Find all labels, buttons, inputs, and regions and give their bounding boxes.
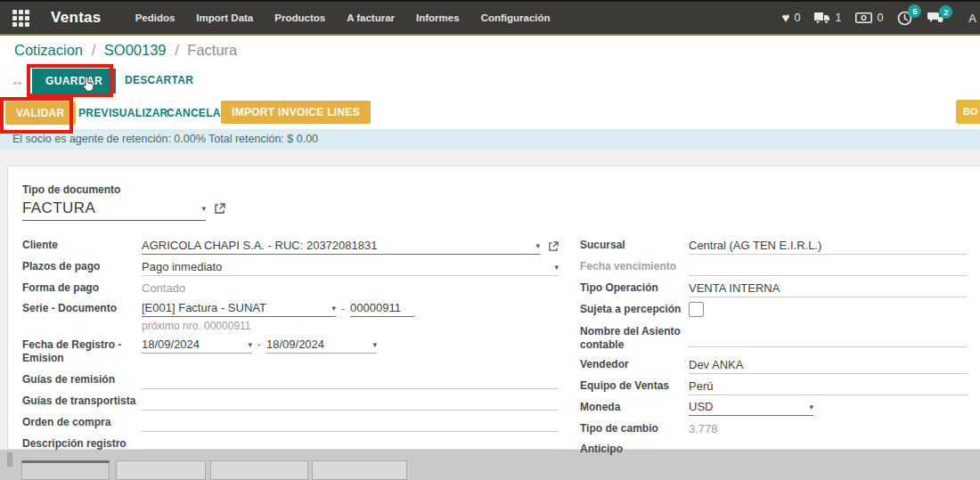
- chevron-down-icon: ▾: [372, 338, 377, 352]
- moneda-select[interactable]: USD ▾: [689, 400, 813, 416]
- guias-transportista-row: Guías de transportista: [22, 394, 559, 411]
- menu-pedidos[interactable]: Pedidos: [135, 12, 176, 23]
- app-title: Ventas: [51, 9, 102, 27]
- breadcrumb-current: Factura: [187, 42, 237, 58]
- cliente-row: Cliente AGRICOLA CHAPI S.A. - RUC: 20372…: [22, 238, 559, 255]
- document-type-field: Tipo de documento FACTURA ▾: [22, 183, 968, 221]
- status-badge-borrador[interactable]: BO: [956, 100, 980, 124]
- tipo-cambio-row: Tipo de cambio 3.778: [580, 421, 968, 437]
- navbar-right: ♥ 0 1 0 5: [782, 11, 980, 26]
- chevron-down-icon: ▾: [535, 239, 540, 253]
- validate-button[interactable]: VALIDAR: [5, 102, 76, 125]
- next-number-helper: próximo nro. 00000911: [142, 320, 559, 332]
- anticipo-row: Anticipo: [580, 442, 968, 459]
- apps-grid-icon[interactable]: [12, 10, 29, 27]
- scrollbar-nub[interactable]: [7, 452, 12, 467]
- menu-informes[interactable]: Informes: [416, 12, 460, 23]
- invoice-form-card: Tipo de documento FACTURA ▾ Cliente AGRI…: [7, 166, 980, 450]
- chevron-down-icon: ▾: [554, 260, 559, 274]
- fecha-emision-input[interactable]: 18/09/2024 ▾: [266, 338, 377, 354]
- form-right-column: Sucursal Central (AG TEN E.I.R.L.) Fecha…: [580, 238, 968, 463]
- sucursal-input[interactable]: Central (AG TEN E.I.R.L.): [689, 238, 968, 255]
- tab-stub-3[interactable]: [210, 460, 308, 480]
- moneda-row: Moneda USD ▾: [580, 400, 968, 417]
- document-type-label: Tipo de documento: [22, 183, 968, 196]
- breadcrumb-cotizacion[interactable]: Cotizacion: [14, 42, 83, 58]
- tipo-operacion-row: Tipo Operación VENTA INTERNA: [580, 281, 968, 297]
- forma-pago-row: Forma de pago Contado: [22, 281, 559, 297]
- guias-remision-input[interactable]: [142, 372, 559, 389]
- external-link-icon[interactable]: [214, 203, 225, 215]
- banknote-icon: [855, 12, 872, 23]
- tab-stub-4[interactable]: [312, 460, 407, 480]
- equipo-ventas-row: Equipo de Ventas Perú: [580, 378, 968, 395]
- menu-import-data[interactable]: Import Data: [196, 12, 253, 23]
- chevron-down-icon: ▾: [248, 338, 252, 352]
- tab-stub-2[interactable]: [116, 460, 206, 480]
- serie-select[interactable]: [E001] Factura - SUNAT ▾: [142, 301, 336, 317]
- descripcion-registro-input[interactable]: [142, 436, 559, 453]
- sujeta-percepcion-row: Sujeta a percepción: [580, 302, 968, 320]
- chevron-down-icon: ▾: [201, 204, 206, 213]
- tipo-cambio-value: 3.778: [689, 421, 968, 437]
- discard-button[interactable]: DESCARTAR: [119, 73, 199, 87]
- activity-clock-button[interactable]: 5: [897, 11, 912, 26]
- cliente-input[interactable]: AGRICOLA CHAPI S.A. - RUC: 20372081831 ▾: [142, 238, 540, 255]
- plazos-pago-row: Plazos de pago Pago inmediato ▾: [22, 259, 559, 276]
- money-counter[interactable]: 0: [855, 12, 883, 24]
- messages-badge: 2: [939, 5, 952, 19]
- equipo-ventas-input[interactable]: Perú: [689, 378, 968, 395]
- tab-stub-1[interactable]: [21, 460, 110, 480]
- resize-cursor-icon: ↔: [11, 73, 24, 88]
- tipo-operacion-input[interactable]: VENTA INTERNA: [689, 281, 968, 297]
- breadcrumb: Cotizacion / SO00139 / Factura: [14, 42, 237, 59]
- odoo-window: Ventas Pedidos Import Data Productos A f…: [0, 0, 980, 480]
- serie-number-input[interactable]: 00000911: [350, 301, 414, 317]
- breadcrumb-so00139[interactable]: SO00139: [104, 42, 167, 58]
- anticipo-input[interactable]: [689, 442, 968, 459]
- forma-pago-value: Contado: [142, 281, 559, 297]
- fecha-registro-input[interactable]: 18/09/2024 ▾: [142, 338, 252, 354]
- orden-compra-row: Orden de compra: [22, 415, 559, 432]
- sujeta-percepcion-checkbox[interactable]: [689, 302, 704, 317]
- fecha-registro-row: Fecha de Registro - Emision 18/09/2024 ▾…: [22, 338, 559, 368]
- top-navbar: Ventas Pedidos Import Data Productos A f…: [0, 0, 980, 36]
- vendedor-row: Vendedor Dev ANKA: [580, 357, 968, 374]
- import-invoice-lines-button[interactable]: IMPORT INVOICE LINES: [221, 101, 371, 124]
- menu-a-facturar[interactable]: A facturar: [347, 12, 395, 23]
- delivery-counter[interactable]: 1: [814, 12, 841, 24]
- orden-compra-input[interactable]: [142, 415, 559, 432]
- chevron-down-icon: ▾: [331, 301, 336, 315]
- heart-icon: ♥: [782, 12, 790, 24]
- form-left-column: Cliente AGRICOLA CHAPI S.A. - RUC: 20372…: [22, 238, 559, 463]
- messages-button[interactable]: 2: [927, 12, 943, 25]
- heart-counter[interactable]: ♥ 0: [782, 12, 801, 24]
- chevron-down-icon: ▾: [809, 400, 813, 414]
- fecha-vencimiento-input[interactable]: [689, 259, 968, 276]
- vendedor-input[interactable]: Dev ANKA: [689, 357, 968, 374]
- guias-remision-row: Guías de remisión: [22, 372, 559, 389]
- fecha-vencimiento-row: Fecha vencimiento: [580, 259, 968, 276]
- form-columns: Cliente AGRICOLA CHAPI S.A. - RUC: 20372…: [22, 238, 968, 463]
- menu-productos[interactable]: Productos: [274, 12, 325, 23]
- document-type-select[interactable]: FACTURA ▾: [22, 199, 206, 221]
- plazos-pago-select[interactable]: Pago inmediato ▾: [142, 259, 559, 276]
- menu-configuracion[interactable]: Configuración: [481, 12, 551, 23]
- sucursal-row: Sucursal Central (AG TEN E.I.R.L.): [580, 238, 968, 255]
- activity-badge: 5: [908, 4, 921, 18]
- preview-button[interactable]: PREVISUALIZAR: [73, 106, 174, 120]
- main-menu: Pedidos Import Data Productos A facturar…: [135, 12, 551, 23]
- save-button[interactable]: GUARDAR: [32, 69, 116, 94]
- descripcion-registro-row: Descripción registro: [22, 436, 559, 453]
- truck-icon: [814, 12, 830, 24]
- guias-transportista-input[interactable]: [142, 394, 559, 411]
- serie-documento-row: Serie - Documento [E001] Factura - SUNAT…: [22, 301, 559, 318]
- user-menu[interactable]: A: [968, 12, 976, 25]
- external-link-icon[interactable]: [548, 241, 559, 252]
- retention-alert: El socio es agente de retención: 0.00% T…: [0, 129, 980, 150]
- asiento-contable-input[interactable]: [689, 330, 968, 347]
- asiento-contable-row: Nombre del Asiento contable: [580, 324, 968, 353]
